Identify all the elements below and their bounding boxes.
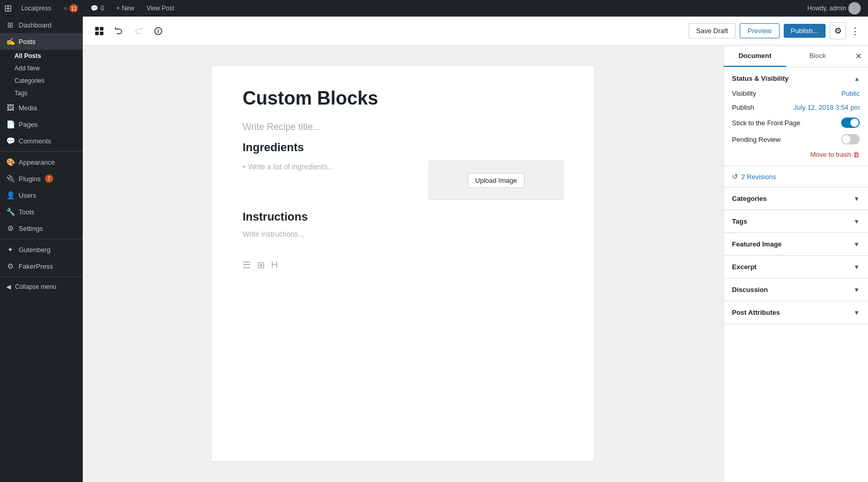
undo-icon [114, 26, 124, 36]
block-tool-heading-icon[interactable]: H [271, 259, 278, 271]
sidebar-subitem-all-posts[interactable]: All Posts [0, 50, 83, 62]
right-panel: Document Block ✕ Status & Visibility ▲ [723, 46, 868, 482]
move-to-trash-button[interactable]: Move to trash 🗑 [732, 151, 860, 158]
ingredients-heading[interactable]: Ingredients [243, 141, 563, 154]
excerpt-header[interactable]: Excerpt ▼ [724, 256, 868, 279]
featured-image-chevron-icon: ▼ [854, 241, 860, 248]
sidebar-item-pages[interactable]: 📄 Pages [0, 116, 83, 133]
gutenberg-icon: ✦ [6, 245, 14, 254]
sidebar-subitem-categories[interactable]: Categories [0, 75, 83, 87]
sidebar-item-settings[interactable]: ⚙ Settings [0, 220, 83, 237]
tab-block[interactable]: Block [786, 46, 849, 67]
pending-review-label: Pending Review [732, 136, 781, 143]
instructions-field[interactable]: Write instructions... [243, 230, 563, 238]
posts-icon: ✍ [6, 37, 14, 46]
sidebar-item-comments[interactable]: 💬 Comments [0, 133, 83, 149]
info-button[interactable] [150, 23, 167, 39]
sidebar-item-posts[interactable]: ✍ Posts [0, 33, 83, 50]
sidebar-item-tools[interactable]: 🔧 Tools [0, 203, 83, 220]
discussion-chevron-icon: ▼ [854, 286, 860, 294]
collapse-icon: ◀ [6, 283, 11, 290]
adminbar-site-name[interactable]: Localpress [18, 0, 54, 17]
pending-review-row: Pending Review [732, 134, 860, 144]
svg-rect-1 [100, 27, 103, 31]
ingredient-item[interactable]: Write a list of ingredients... [243, 163, 418, 171]
plugins-icon: 🔌 [6, 174, 14, 183]
tab-document[interactable]: Document [724, 46, 786, 67]
discussion-header[interactable]: Discussion ▼ [724, 279, 868, 301]
block-tool-text-icon[interactable]: ☰ [243, 259, 251, 271]
upload-image-button[interactable]: Upload Image [468, 173, 525, 188]
redo-button[interactable] [130, 23, 147, 39]
status-visibility-section: Status & Visibility ▲ Visibility Public … [724, 67, 868, 166]
stick-to-front-toggle[interactable] [841, 118, 860, 128]
stick-to-front-row: Stick to the Front Page [732, 118, 860, 128]
sidebar-item-dashboard[interactable]: ⊞ Dashboard [0, 17, 83, 33]
recipe-title-field[interactable]: Write Recipe title... [243, 122, 563, 133]
featured-image-header[interactable]: Featured Image ▼ [724, 233, 868, 256]
sidebar: ⊞ Dashboard ✍ Posts All Posts Add New Ca… [0, 17, 83, 482]
fakerpress-icon: ⚙ [6, 262, 14, 270]
sidebar-subitem-add-new[interactable]: Add New [0, 62, 83, 75]
dashboard-icon: ⊞ [6, 21, 14, 29]
sidebar-subitem-tags[interactable]: Tags [0, 87, 83, 99]
categories-header[interactable]: Categories ▼ [724, 187, 868, 210]
admin-bar: ⊞ Localpress ○ 11 💬 0 + New View Post Ho… [0, 0, 868, 17]
more-options-button[interactable]: ⋮ [850, 25, 860, 37]
visibility-value[interactable]: Public [842, 90, 860, 97]
sidebar-item-plugins[interactable]: 🔌 Plugins 7 [0, 170, 83, 187]
svg-rect-2 [95, 32, 99, 35]
sidebar-item-fakerpress[interactable]: ⚙ FakerPress [0, 258, 83, 274]
adminbar-updates[interactable]: ○ 11 [61, 0, 81, 17]
publish-value[interactable]: July 12, 2018 3:54 pm [794, 104, 860, 111]
sidebar-item-media[interactable]: 🖼 Media [0, 99, 83, 116]
block-tool-image-icon[interactable]: ⊞ [257, 259, 265, 271]
post-attributes-chevron-icon: ▼ [854, 309, 860, 316]
post-title[interactable]: Custom Blocks [243, 87, 563, 109]
add-block-button[interactable] [91, 23, 108, 39]
publish-label: Publish [732, 104, 754, 111]
revisions-icon: ↺ [732, 172, 738, 181]
instructions-heading[interactable]: Instructions [243, 210, 563, 224]
svg-rect-0 [95, 27, 99, 31]
comments-nav-icon: 💬 [6, 137, 14, 145]
users-icon: 👤 [6, 191, 14, 199]
collapse-menu-button[interactable]: ◀ Collapse menu [0, 279, 83, 295]
status-visibility-header[interactable]: Status & Visibility ▲ [724, 67, 868, 90]
svg-rect-3 [100, 32, 103, 35]
status-visibility-content: Visibility Public Publish July 12, 2018 … [724, 90, 868, 166]
undo-button[interactable] [111, 23, 127, 39]
settings-panel-button[interactable]: ⚙ [830, 22, 846, 39]
preview-button[interactable]: Preview [740, 23, 779, 38]
post-editor: Custom Blocks Write Recipe title... Ingr… [83, 46, 723, 482]
add-block-icon [94, 26, 104, 36]
visibility-label: Visibility [732, 90, 756, 97]
revisions-row[interactable]: ↺ 2 Revisions [724, 166, 868, 187]
stick-to-front-label: Stick to the Front Page [732, 119, 800, 127]
adminbar-new[interactable]: + New [113, 0, 137, 17]
publish-row: Publish July 12, 2018 3:54 pm [732, 104, 860, 111]
tags-header[interactable]: Tags ▼ [724, 210, 868, 233]
publish-button[interactable]: Publish... [784, 24, 826, 38]
panel-close-button[interactable]: ✕ [849, 46, 868, 67]
comments-icon: 💬 [91, 5, 98, 12]
adminbar-user-greeting[interactable]: Howdy, admin [804, 0, 864, 17]
sidebar-item-appearance[interactable]: 🎨 Appearance [0, 154, 83, 170]
sidebar-item-gutenberg[interactable]: ✦ Gutenberg [0, 241, 83, 258]
post-body: Custom Blocks Write Recipe title... Ingr… [212, 66, 594, 461]
tags-chevron-icon: ▼ [854, 218, 860, 225]
panel-body: Status & Visibility ▲ Visibility Public … [724, 67, 868, 482]
pages-icon: 📄 [6, 120, 14, 128]
adminbar-comments[interactable]: 💬 0 [87, 0, 107, 17]
post-attributes-header[interactable]: Post Attributes ▼ [724, 301, 868, 324]
pending-review-toggle[interactable] [841, 134, 860, 144]
wp-logo-icon[interactable]: ⊞ [4, 3, 12, 14]
ingredients-list: Write a list of ingredients... [243, 160, 418, 200]
status-collapse-icon: ▲ [854, 76, 860, 82]
sidebar-item-users[interactable]: 👤 Users [0, 187, 83, 203]
settings-icon: ⚙ [6, 224, 14, 232]
excerpt-chevron-icon: ▼ [854, 264, 860, 271]
save-draft-button[interactable]: Save Draft [689, 23, 736, 38]
adminbar-view-post[interactable]: View Post [143, 0, 177, 17]
tools-icon: 🔧 [6, 208, 14, 216]
